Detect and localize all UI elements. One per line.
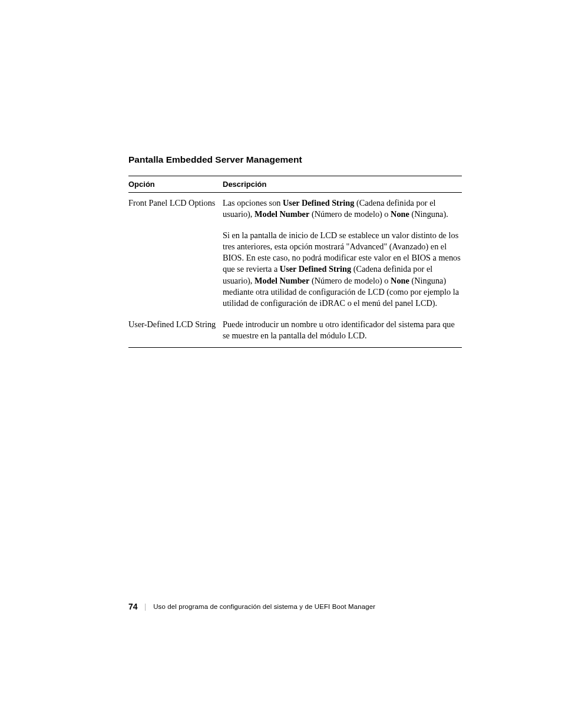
description-cell: Si en la pantalla de inicio de LCD se es…	[223, 225, 462, 314]
page-content: Pantalla Embedded Server Management Opci…	[0, 0, 562, 348]
description-cell: Las opciones son User Defined String (Ca…	[223, 193, 462, 225]
footer-divider: |	[145, 602, 147, 611]
option-cell: Front Panel LCD Options	[128, 193, 223, 225]
table-header-description: Descripción	[223, 176, 462, 193]
options-table: Opción Descripción Front Panel LCD Optio…	[128, 176, 462, 348]
table-row: Si en la pantalla de inicio de LCD se es…	[128, 225, 462, 314]
description-cell: Puede introducir un nombre u otro identi…	[223, 314, 462, 348]
page-footer: 74 | Uso del programa de configuración d…	[128, 602, 375, 611]
table-header-option: Opción	[128, 176, 223, 193]
section-heading: Pantalla Embedded Server Management	[128, 154, 462, 165]
footer-section-title: Uso del programa de configuración del si…	[153, 603, 375, 610]
page-number: 74	[128, 602, 138, 611]
option-cell: User-Defined LCD String	[128, 314, 223, 348]
table-row: User-Defined LCD String Puede introducir…	[128, 314, 462, 348]
option-cell	[128, 225, 223, 314]
table-row: Front Panel LCD Options Las opciones son…	[128, 193, 462, 225]
